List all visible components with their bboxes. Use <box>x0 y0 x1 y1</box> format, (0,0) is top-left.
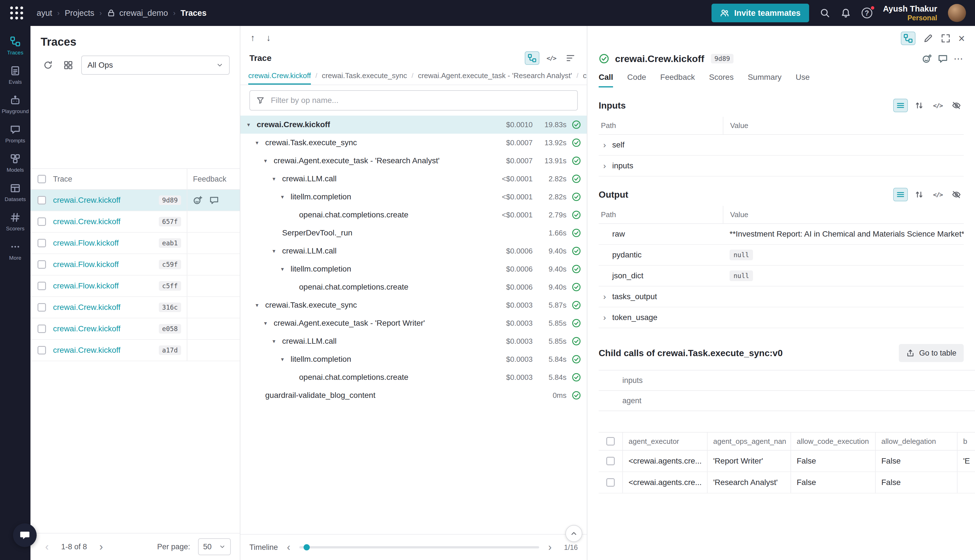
comment-button[interactable] <box>938 53 948 64</box>
tree-view-button[interactable] <box>525 51 539 65</box>
column-header-b[interactable]: b <box>957 433 975 450</box>
view-rows-button[interactable] <box>893 99 908 112</box>
slider-knob[interactable] <box>304 544 310 550</box>
trace-row[interactable]: crewai.Crew.kickoff 657f <box>30 211 240 233</box>
call-tab[interactable]: Call <box>599 73 613 87</box>
expand-rows-button[interactable] <box>912 99 927 112</box>
select-all-checkbox[interactable] <box>606 437 615 445</box>
fullscreen-button[interactable] <box>941 33 950 43</box>
chevron-down-icon[interactable]: ▾ <box>281 193 290 200</box>
sidebar-item-more[interactable]: More <box>0 237 30 266</box>
tree-row[interactable]: ▾ SerperDevTool._run 1.66s <box>240 224 587 242</box>
column-header-allow-code-execution[interactable]: allow_code_execution <box>790 433 875 450</box>
next-call-button[interactable]: ↓ <box>266 33 271 43</box>
tree-row[interactable]: ▾ crewai.Task.execute_sync $0.0007 13.92… <box>240 134 587 152</box>
chevron-down-icon[interactable]: ▾ <box>272 175 282 182</box>
wandb-logo[interactable] <box>9 5 24 21</box>
expand-rows-button[interactable] <box>912 188 927 201</box>
sidebar-item-datasets[interactable]: Datasets <box>0 178 30 208</box>
row-checkbox[interactable] <box>38 260 46 269</box>
child-call-row[interactable]: <crewai.agents.cre... 'Research Analyst'… <box>599 472 975 493</box>
chevron-down-icon[interactable]: ▾ <box>255 302 265 308</box>
code-view-button[interactable]: </> <box>544 51 559 65</box>
output-row[interactable]: › token_usage <box>599 307 964 328</box>
tree-row[interactable]: ▾ crewai.Agent.execute_task - 'Research … <box>240 152 587 170</box>
overflow-menu-button[interactable]: ⋯ <box>953 53 964 64</box>
row-checkbox[interactable] <box>38 239 46 247</box>
close-button[interactable]: × <box>958 33 965 44</box>
ops-filter-select[interactable]: All Ops <box>81 55 230 75</box>
output-row[interactable]: › pydantic null <box>599 245 964 266</box>
tree-row[interactable]: ▾ guardrail-validate_blog_content 0ms <box>240 386 587 404</box>
pagination-next[interactable]: › <box>93 542 109 552</box>
trace-row[interactable]: crewai.Crew.kickoff a17d <box>30 340 240 361</box>
notifications-bell-icon[interactable] <box>841 8 851 18</box>
view-rows-button[interactable] <box>893 188 908 201</box>
trace-name-link[interactable]: crewai.Crew.kickoff <box>53 303 120 312</box>
chevron-down-icon[interactable]: ▾ <box>272 248 282 254</box>
pagination-prev[interactable]: ‹ <box>40 542 55 552</box>
help-icon[interactable]: ? <box>861 8 872 18</box>
hide-values-button[interactable] <box>949 99 964 112</box>
scroll-top-button[interactable] <box>565 525 582 542</box>
row-checkbox[interactable] <box>38 346 46 355</box>
chevron-down-icon[interactable]: ▾ <box>281 356 290 363</box>
view-code-button[interactable]: </> <box>930 99 945 112</box>
tree-row[interactable]: ▾ crewai.Crew.kickoff $0.0010 19.83s <box>240 116 587 134</box>
trace-name-link[interactable]: crewai.Crew.kickoff <box>53 324 120 333</box>
chevron-down-icon[interactable]: ▾ <box>255 139 265 146</box>
trace-name-link[interactable]: crewai.Crew.kickoff <box>53 196 120 205</box>
breadcrumb-projects[interactable]: Projects <box>65 8 95 18</box>
sidebar-item-scorers[interactable]: Scorers <box>0 208 30 237</box>
trace-name-link[interactable]: crewai.Flow.kickoff <box>53 260 119 269</box>
output-row[interactable]: › raw **Investment Report: AI in Chemica… <box>599 224 964 245</box>
trace-name-link[interactable]: crewai.Crew.kickoff <box>53 346 120 355</box>
column-header-allow-delegation[interactable]: allow_delegation <box>875 433 957 450</box>
chevron-right-icon[interactable]: › <box>601 162 608 170</box>
timeline-slider[interactable] <box>299 546 539 548</box>
chevron-down-icon[interactable]: ▾ <box>281 266 290 272</box>
sidebar-item-models[interactable]: Models <box>0 149 30 178</box>
user-menu[interactable]: Ayush Thakur Personal <box>883 4 937 22</box>
view-code-button[interactable]: </> <box>930 188 945 201</box>
tree-row[interactable]: ▾ crewai.Agent.execute_task - 'Report Wr… <box>240 314 587 332</box>
tree-row[interactable]: ▾ litellm.completion <$0.0001 2.82s <box>240 188 587 206</box>
tree-row[interactable]: ▾ crewai.LLM.call $0.0006 9.40s <box>240 242 587 260</box>
tree-toggle-button[interactable] <box>901 32 915 45</box>
trace-name-link[interactable]: crewai.Flow.kickoff <box>53 282 119 290</box>
call-tab[interactable]: Code <box>627 73 646 87</box>
timeline-prev[interactable]: ‹ <box>282 542 295 552</box>
child-call-row[interactable]: <crewai.agents.cre... 'Report Writer' Fa… <box>599 451 975 472</box>
per-page-select[interactable]: 50 <box>198 538 231 555</box>
op-filter-input[interactable] <box>270 95 571 105</box>
sidebar-item-prompts[interactable]: Prompts <box>0 120 30 149</box>
row-checkbox[interactable] <box>38 325 46 333</box>
breadcrumb-entity[interactable]: ayut <box>37 8 52 18</box>
tree-row[interactable]: ▾ openai.chat.completions.create $0.0006… <box>240 278 587 296</box>
refresh-button[interactable] <box>41 58 55 72</box>
tree-row[interactable]: ▾ openai.chat.completions.create <$0.000… <box>240 206 587 224</box>
trace-row[interactable]: crewai.Flow.kickoff c5ff <box>30 275 240 297</box>
call-tab[interactable]: Feedback <box>660 73 695 87</box>
chevron-right-icon[interactable]: › <box>601 292 608 301</box>
call-tab[interactable]: Summary <box>748 73 781 87</box>
flame-view-button[interactable] <box>563 51 578 65</box>
go-to-table-button[interactable]: Go to table <box>899 344 964 362</box>
add-reaction-button[interactable] <box>922 53 932 64</box>
chat-launcher[interactable] <box>13 523 37 547</box>
output-row[interactable]: › tasks_output <box>599 287 964 307</box>
columns-button[interactable] <box>61 58 76 72</box>
tree-row[interactable]: ▾ crewai.LLM.call $0.0003 5.85s <box>240 332 587 350</box>
trace-name-link[interactable]: crewai.Flow.kickoff <box>53 238 119 248</box>
row-checkbox[interactable] <box>38 282 46 290</box>
breadcrumb-tab[interactable]: crewai.Agent.execute_task - 'Research An… <box>418 67 572 85</box>
add-reaction-icon[interactable] <box>193 195 202 205</box>
trace-row[interactable]: crewai.Crew.kickoff 9d89 <box>30 190 240 211</box>
call-tab[interactable]: Use <box>796 73 810 87</box>
chevron-right-icon[interactable]: › <box>601 313 608 322</box>
chevron-down-icon[interactable]: ▾ <box>264 157 274 164</box>
select-all-checkbox[interactable] <box>38 175 46 183</box>
trace-name-link[interactable]: crewai.Crew.kickoff <box>53 217 120 226</box>
tree-row[interactable]: ▾ litellm.completion $0.0003 5.84s <box>240 350 587 368</box>
previous-call-button[interactable]: ↑ <box>250 33 255 43</box>
